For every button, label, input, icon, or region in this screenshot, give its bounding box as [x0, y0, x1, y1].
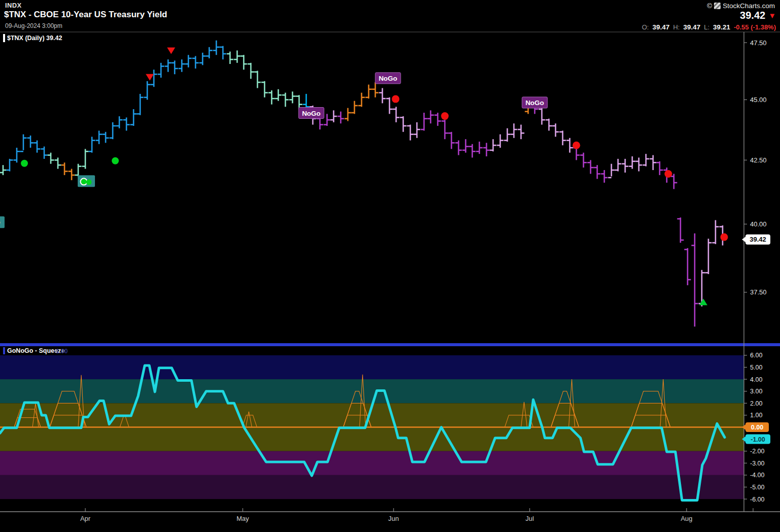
svg-text:3.00: 3.00 [750, 388, 762, 395]
page-title: $TNX - CBOE 10-Year US Treasury Yield [4, 10, 167, 20]
svg-text:0.00: 0.00 [751, 424, 763, 431]
svg-text:-5.00: -5.00 [750, 484, 765, 491]
svg-text:Aug: Aug [680, 515, 692, 522]
stockcharts-credit: © StockCharts.com [707, 2, 775, 10]
svg-text:-6.00: -6.00 [750, 496, 765, 503]
change-value: -0.55 (-1.38%) [734, 23, 776, 31]
svg-text:42.50: 42.50 [750, 156, 767, 164]
svg-text:-3.00: -3.00 [750, 460, 765, 467]
svg-text:NoGo: NoGo [526, 99, 544, 107]
copyright-symbol: © [707, 2, 712, 10]
exchange-label: INDX [5, 2, 22, 9]
legend-marker [3, 347, 5, 354]
svg-text:May: May [237, 515, 249, 522]
svg-text:45.00: 45.00 [750, 96, 767, 104]
svg-text:40.00: 40.00 [750, 220, 767, 228]
credit-name: StockCharts.com [723, 2, 775, 10]
svg-text:4.00: 4.00 [750, 376, 762, 383]
high-label: H: [673, 23, 679, 31]
svg-text:39.42: 39.42 [750, 236, 766, 243]
timestamp: 09-Aug-2024 3:00pm [5, 22, 62, 29]
svg-text:-4.00: -4.00 [750, 472, 765, 479]
squeeze-legend-value: -1.00 [54, 348, 68, 355]
down-arrow-icon: ▼ [768, 11, 776, 20]
last-price-value: 39.42 [740, 10, 765, 21]
price-legend: $TNX (Daily) 39.42 [7, 35, 62, 42]
svg-text:5.00: 5.00 [750, 364, 762, 371]
svg-text:6.00: 6.00 [750, 352, 762, 359]
svg-text:2.00: 2.00 [750, 400, 762, 407]
svg-text:Apr: Apr [80, 515, 91, 522]
stockcharts-logo-icon [714, 3, 721, 9]
low-label: L: [704, 23, 709, 31]
svg-text:Jul: Jul [526, 515, 534, 522]
svg-text:NoGo: NoGo [302, 110, 321, 117]
legend-marker [3, 34, 5, 42]
high-value: 39.47 [683, 23, 700, 31]
svg-text:NoGo: NoGo [379, 75, 398, 82]
open-value: 39.47 [653, 23, 670, 31]
open-label: O: [642, 23, 649, 31]
svg-text:-2.00: -2.00 [750, 448, 765, 455]
chart-window: NoGoNoGoNoGoGoGo47.5045.0042.5040.0037.5… [0, 0, 780, 532]
svg-text:Jun: Jun [388, 515, 399, 522]
svg-text:47.50: 47.50 [750, 39, 767, 47]
low-value: 39.21 [713, 23, 730, 31]
svg-text:37.50: 37.50 [750, 288, 767, 296]
svg-text:1.00: 1.00 [750, 412, 762, 419]
chart-canvas[interactable]: NoGoNoGoNoGoGoGo47.5045.0042.5040.0037.5… [0, 0, 780, 532]
svg-text:-1.00: -1.00 [751, 436, 765, 443]
ohlc-row: O: 39.47 H: 39.47 L: 39.21 -0.55 (-1.38%… [642, 23, 776, 31]
last-price: 39.42 ▼ [740, 10, 776, 21]
